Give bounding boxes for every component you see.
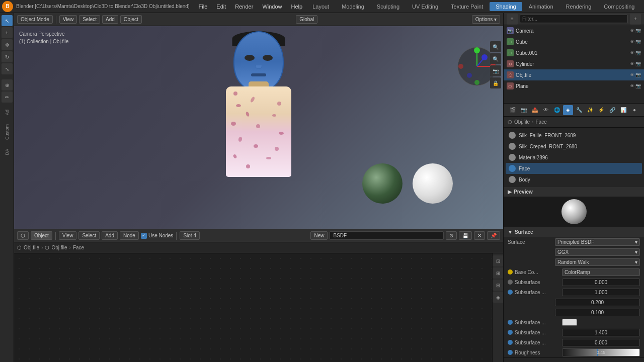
add-menu[interactable]: Add xyxy=(102,15,118,24)
outliner-item-camera[interactable]: 📷 Camera 👁 📷 xyxy=(504,25,644,36)
tab-modeling[interactable]: Modeling xyxy=(336,2,370,11)
prop-subior-prop-field[interactable]: 1.400 xyxy=(562,329,640,336)
viewport-camera[interactable]: 📷 xyxy=(490,65,501,76)
cube001-vis-eye[interactable]: 👁 xyxy=(630,50,634,55)
pin-btn[interactable]: 📌 xyxy=(487,231,500,240)
menu-render[interactable]: Render xyxy=(231,3,257,11)
shading-dropdown[interactable]: Global xyxy=(296,15,317,24)
tab-texture-paint[interactable]: Texture Paint xyxy=(445,2,489,11)
prop-breadcrumb-obj[interactable]: Obj.file xyxy=(514,119,530,125)
material-name-input[interactable] xyxy=(330,231,444,240)
material-item-0[interactable]: Silk_Faille_FRONT_2689 xyxy=(506,130,642,141)
new-material-btn[interactable]: New xyxy=(310,231,328,240)
prop-subcolor-swatch[interactable] xyxy=(562,319,577,326)
outliner-search[interactable] xyxy=(520,15,628,23)
prop-icon-material[interactable]: ● xyxy=(629,105,639,115)
outliner-item-plane[interactable]: ▭ Plane 👁 📷 xyxy=(504,80,644,92)
select-menu[interactable]: Select xyxy=(79,15,100,24)
prop-subsurface-field[interactable]: 0.000 xyxy=(562,279,640,286)
material-item-face[interactable]: Face xyxy=(506,163,642,174)
cube-vis-eye[interactable]: 👁 xyxy=(630,39,634,44)
prop-sub2-field[interactable]: 0.200 xyxy=(555,299,640,306)
prop-ggx-dropdown[interactable]: GGX ▾ xyxy=(555,248,640,256)
plane-vis-render[interactable]: 📷 xyxy=(635,83,641,88)
prop-icon-scene[interactable]: 🎬 xyxy=(508,105,518,115)
view-btn[interactable]: View xyxy=(59,231,77,240)
outliner-item-cube001[interactable]: □ Cube.001 👁 📷 xyxy=(504,47,644,58)
sidebar-icon-annotate[interactable]: ✏ xyxy=(2,92,13,103)
menu-file[interactable]: File xyxy=(195,3,212,11)
slot-dropdown[interactable]: Slot 4 xyxy=(180,231,200,240)
tab-layout[interactable]: Layout xyxy=(306,2,335,11)
outliner-filter-icon[interactable]: ≡ xyxy=(507,14,518,25)
sidebar-icon-cursor[interactable]: + xyxy=(2,27,13,38)
tab-rendering[interactable]: Rendering xyxy=(560,2,598,11)
options-btn[interactable]: Options ▾ xyxy=(472,15,500,24)
camera-vis-eye[interactable]: 👁 xyxy=(630,28,634,33)
outliner-add-icon[interactable]: + xyxy=(630,14,641,25)
prop-rw-dropdown[interactable]: Random Walk ▾ xyxy=(555,258,640,266)
sidebar-icon-move[interactable]: ✥ xyxy=(2,39,13,50)
prop-subanis-prop-field[interactable]: 0.000 xyxy=(562,339,640,346)
preview-header[interactable]: ▶ Preview xyxy=(504,187,644,197)
add-btn[interactable]: Add xyxy=(102,231,118,240)
prop-icon-particles[interactable]: ✨ xyxy=(585,105,595,115)
objfile-vis-render[interactable]: 📷 xyxy=(635,72,641,77)
viewport-lock[interactable]: 🔒 xyxy=(490,77,501,88)
viewport-zoom-in[interactable]: 🔍 xyxy=(490,41,501,52)
tab-uv-editing[interactable]: UV Editing xyxy=(406,2,444,11)
outliner-item-cube[interactable]: □ Cube 👁 📷 xyxy=(504,36,644,47)
cylinder-vis-eye[interactable]: 👁 xyxy=(630,61,634,66)
prop-icon-data[interactable]: 📊 xyxy=(618,105,628,115)
sidebar-icon-select[interactable]: ↖ xyxy=(2,15,13,26)
node-tool-2[interactable]: ⊞ xyxy=(493,267,504,279)
prop-sub3-field[interactable]: 0.100 xyxy=(555,309,640,316)
sidebar-icon-scale[interactable]: ⤡ xyxy=(2,63,13,74)
tab-animation[interactable]: Animation xyxy=(523,2,559,11)
select-btn[interactable]: Select xyxy=(78,231,100,240)
use-nodes-checkbox[interactable]: ✓ Use Nodes xyxy=(141,233,173,239)
prop-icon-view[interactable]: 👁 xyxy=(541,105,551,115)
prop-subrad-field[interactable]: 1.000 xyxy=(562,289,640,296)
prop-icon-world[interactable]: 🌐 xyxy=(552,105,562,115)
camera-vis-render[interactable]: 📷 xyxy=(635,28,641,33)
prop-icon-modifier[interactable]: 🔧 xyxy=(574,105,584,115)
prop-icon-output[interactable]: 📤 xyxy=(530,105,540,115)
cube001-vis-render[interactable]: 📷 xyxy=(635,50,641,55)
mode-dropdown[interactable]: Object Mode xyxy=(17,15,53,24)
node-tool-3[interactable]: ⊟ xyxy=(493,280,504,291)
object-menu[interactable]: Object xyxy=(120,15,142,24)
plane-vis-eye[interactable]: 👁 xyxy=(630,83,634,88)
prop-breadcrumb-mat[interactable]: Face xyxy=(535,119,546,125)
cylinder-vis-render[interactable]: 📷 xyxy=(635,61,641,66)
node-canvas[interactable]: Noise Texture Fac Color 3D xyxy=(14,253,503,362)
outliner-item-objfile[interactable]: ⬡ Obj.file 👁 📷 xyxy=(504,69,644,80)
material-item-2[interactable]: Material2896 xyxy=(506,152,642,163)
cube-vis-render[interactable]: 📷 xyxy=(635,39,641,44)
viewport-zoom-out[interactable]: 🔍 xyxy=(490,53,501,64)
menu-edit[interactable]: Edit xyxy=(212,3,230,11)
node-btn[interactable]: Node xyxy=(120,231,139,240)
tab-sculpting[interactable]: Sculpting xyxy=(371,2,406,11)
objfile-vis-eye[interactable]: 👁 xyxy=(630,72,634,77)
outliner-item-cylinder[interactable]: ⊙ Cylinder 👁 📷 xyxy=(504,58,644,69)
menu-help[interactable]: Help xyxy=(287,3,307,11)
prop-icon-physics[interactable]: ⚡ xyxy=(596,105,606,115)
breadcrumb-mat[interactable]: Face xyxy=(73,245,84,250)
node-tool-1[interactable]: ⊡ xyxy=(493,255,504,266)
editor-type-icon[interactable]: ⬡ xyxy=(17,231,29,240)
prop-icon-render[interactable]: 📷 xyxy=(519,105,529,115)
breadcrumb-obj1[interactable]: Obj.file xyxy=(24,245,39,250)
material-item-1[interactable]: Silk_Creped_RONT_2680 xyxy=(506,141,642,152)
tab-shading[interactable]: Shading xyxy=(490,2,522,11)
node-tool-4[interactable]: ◈ xyxy=(493,292,504,303)
tab-geometry-nodes[interactable]: Geometry Nodes xyxy=(641,2,644,11)
sidebar-icon-rotate[interactable]: ↻ xyxy=(2,51,13,62)
sidebar-icon-transform[interactable]: ⊕ xyxy=(2,79,13,90)
material-item-body[interactable]: Body xyxy=(506,174,642,185)
view-menu[interactable]: View xyxy=(59,15,77,24)
prop-shader-dropdown[interactable]: Principled BSDF ▾ xyxy=(555,238,640,246)
menu-window[interactable]: Window xyxy=(258,3,286,11)
object-context-btn[interactable]: Object xyxy=(31,231,52,240)
close-btn[interactable]: ✕ xyxy=(474,231,485,240)
